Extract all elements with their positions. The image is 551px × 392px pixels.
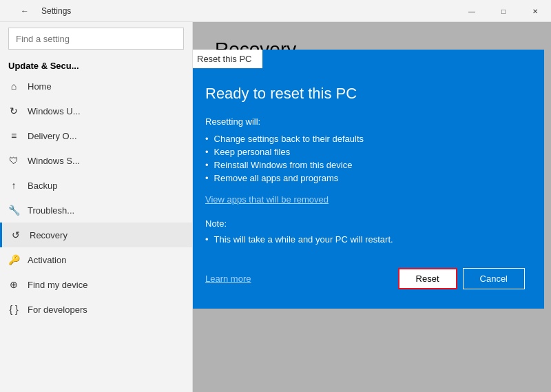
resetting-bullets: Change settings back to their defaults K… bbox=[205, 132, 525, 185]
bullet-3: Reinstall Windows from this device bbox=[205, 158, 525, 172]
sidebar-item-find-my-device-label: Find my device bbox=[28, 280, 87, 290]
sidebar-item-recovery-label: Recovery bbox=[30, 230, 67, 240]
note-label: Note: bbox=[205, 218, 525, 229]
activation-icon: 🔑 bbox=[8, 254, 19, 265]
modal-buttons: Reset Cancel bbox=[398, 268, 525, 289]
bullet-4: Remove all apps and programs bbox=[205, 172, 525, 185]
backup-icon: ↑ bbox=[8, 180, 19, 191]
sidebar-item-activation-label: Activation bbox=[28, 255, 66, 265]
sidebar-item-windows-update[interactable]: ↻ Windows U... bbox=[0, 99, 192, 123]
back-button[interactable]: ← bbox=[8, 0, 41, 22]
sidebar-item-for-developers-label: For developers bbox=[28, 305, 87, 315]
developers-icon: { } bbox=[8, 304, 19, 315]
windows-update-icon: ↻ bbox=[8, 105, 19, 116]
recovery-icon: ↺ bbox=[10, 229, 21, 240]
sidebar-item-recovery[interactable]: ↺ Recovery bbox=[0, 223, 192, 247]
resetting-will-label: Resetting will: bbox=[205, 116, 525, 127]
sidebar-item-find-my-device[interactable]: ⊕ Find my device bbox=[0, 272, 192, 297]
reset-button[interactable]: Reset bbox=[398, 268, 457, 289]
modal-tab: Reset this PC bbox=[193, 50, 262, 68]
app-container: Update & Secu... ⌂ Home ↻ Windows U... ≡… bbox=[0, 22, 551, 392]
sidebar-item-troubleshoot[interactable]: 🔧 Troublesh... bbox=[0, 198, 192, 223]
note-section: Note: This will take a while and your PC… bbox=[205, 218, 525, 246]
sidebar-item-home-label: Home bbox=[28, 81, 52, 92]
minimize-button[interactable]: — bbox=[456, 0, 488, 22]
delivery-icon: ≡ bbox=[8, 130, 19, 141]
troubleshoot-icon: 🔧 bbox=[8, 205, 19, 216]
sidebar-item-activation[interactable]: 🔑 Activation bbox=[0, 247, 192, 272]
shield-icon: 🛡 bbox=[8, 155, 19, 166]
maximize-button[interactable]: □ bbox=[488, 0, 519, 22]
learn-more-link[interactable]: Learn more bbox=[205, 274, 251, 284]
modal-footer: Learn more Reset Cancel bbox=[205, 268, 525, 289]
sidebar-item-delivery[interactable]: ≡ Delivery O... bbox=[0, 123, 192, 148]
sidebar-item-home[interactable]: ⌂ Home bbox=[0, 74, 192, 99]
reset-modal: Reset this PC Ready to reset this PC Res… bbox=[193, 50, 544, 309]
bullet-1: Change settings back to their defaults bbox=[205, 132, 525, 145]
window-controls: — □ ✕ bbox=[456, 0, 551, 22]
home-icon: ⌂ bbox=[8, 81, 19, 92]
search-box[interactable] bbox=[8, 28, 184, 50]
sidebar: Update & Secu... ⌂ Home ↻ Windows U... ≡… bbox=[0, 22, 193, 392]
sidebar-item-windows-security-label: Windows S... bbox=[28, 156, 80, 166]
bullet-2: Keep personal files bbox=[205, 145, 525, 158]
sidebar-section-label: Update & Secu... bbox=[0, 55, 192, 74]
content-area: Recovery Reset this PC Ready to reset th… bbox=[193, 22, 551, 392]
sidebar-item-for-developers[interactable]: { } For developers bbox=[0, 297, 192, 322]
search-input[interactable] bbox=[8, 28, 184, 50]
sidebar-item-backup-label: Backup bbox=[28, 180, 57, 191]
note-bullets: This will take a while and your PC will … bbox=[205, 233, 525, 246]
sidebar-item-windows-security[interactable]: 🛡 Windows S... bbox=[0, 148, 192, 173]
cancel-button[interactable]: Cancel bbox=[463, 268, 525, 289]
sidebar-item-backup[interactable]: ↑ Backup bbox=[0, 173, 192, 198]
note-bullet-1: This will take a while and your PC will … bbox=[205, 233, 525, 246]
modal-body: Ready to reset this PC Resetting will: C… bbox=[193, 68, 544, 309]
modal-overlay: Reset this PC Ready to reset this PC Res… bbox=[193, 22, 551, 392]
find-device-icon: ⊕ bbox=[8, 279, 19, 290]
sidebar-item-delivery-label: Delivery O... bbox=[28, 131, 77, 141]
view-apps-link[interactable]: View apps that will be removed bbox=[205, 194, 329, 205]
modal-title: Ready to reset this PC bbox=[205, 85, 525, 103]
close-button[interactable]: ✕ bbox=[519, 0, 551, 22]
sidebar-item-troubleshoot-label: Troublesh... bbox=[28, 205, 74, 216]
title-bar: ← Settings — □ ✕ bbox=[0, 0, 551, 22]
sidebar-item-windows-update-label: Windows U... bbox=[28, 106, 81, 116]
